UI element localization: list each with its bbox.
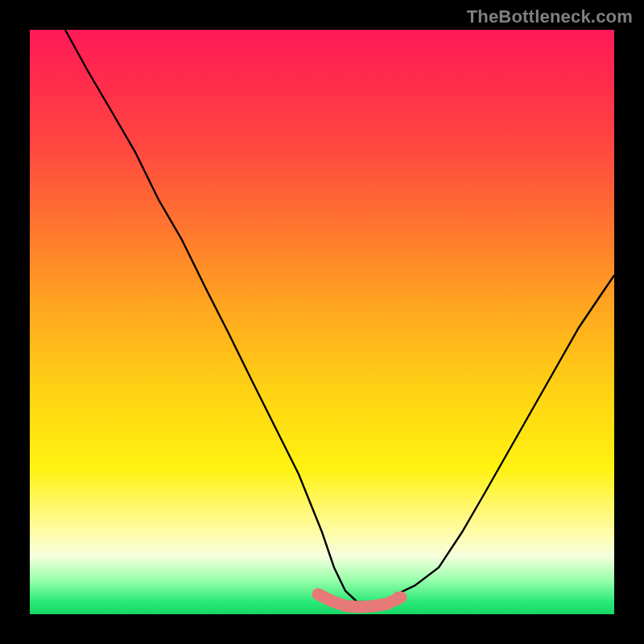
optimal-band [318, 594, 401, 607]
watermark-text: TheBottleneck.com [467, 6, 633, 27]
chart-svg [30, 30, 614, 614]
chart-frame: TheBottleneck.com [0, 0, 644, 644]
plot-area [30, 30, 614, 614]
bottleneck-curve [65, 30, 614, 602]
